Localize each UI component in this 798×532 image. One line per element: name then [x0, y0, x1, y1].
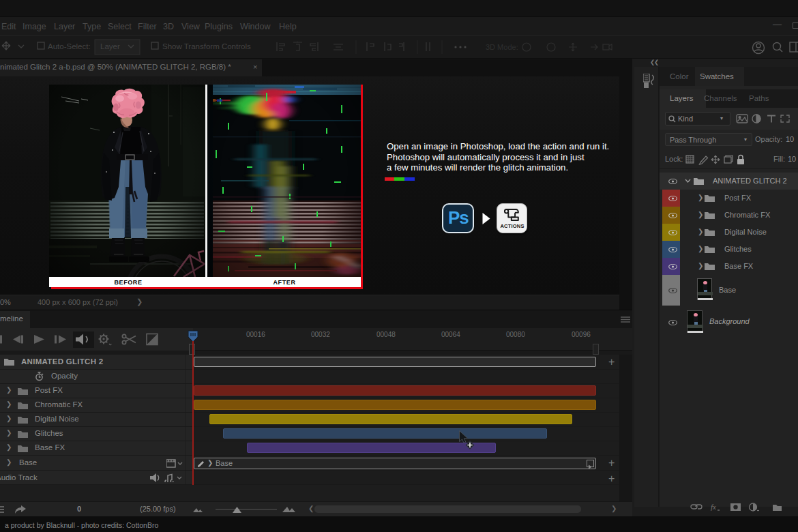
svg-text:fx: fx	[711, 503, 716, 511]
svg-text:BEFORE: BEFORE	[114, 279, 142, 286]
svg-text:AFTER: AFTER	[274, 279, 296, 286]
